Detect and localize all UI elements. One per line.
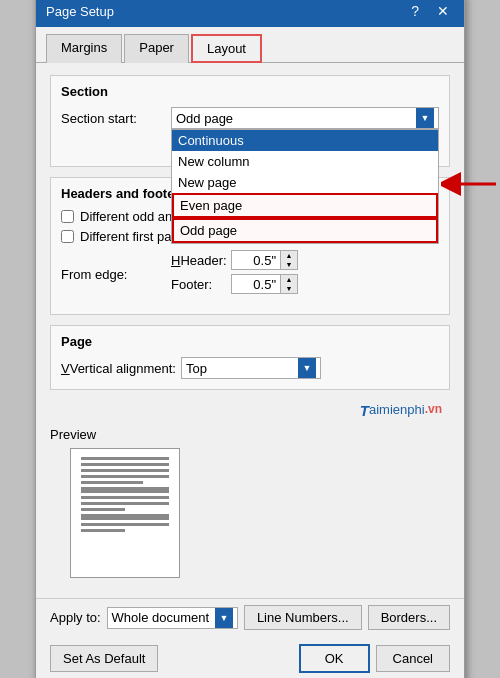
preview-line-10: [81, 529, 125, 532]
from-edge-row: From edge: HHeader: 0.5" ▲ ▼: [61, 250, 439, 298]
dropdown-item-odd-page[interactable]: Odd page: [172, 218, 438, 243]
cancel-button[interactable]: Cancel: [376, 645, 450, 672]
apply-to-select[interactable]: Whole document ▼: [107, 607, 238, 629]
preview-line-9: [81, 523, 169, 526]
footer-row: Set As Default OK Cancel: [36, 636, 464, 678]
vertical-alignment-label: VVertical alignment:: [61, 361, 181, 376]
section-start-row: Section start: Odd page ▼ Continuous: [61, 107, 439, 129]
section-start-select[interactable]: Odd page ▼: [171, 107, 439, 129]
watermark: T aimienphi .vn: [50, 400, 450, 423]
footer-value-input[interactable]: 0.5": [231, 274, 281, 294]
header-spinner: 0.5" ▲ ▼: [231, 250, 298, 270]
tab-layout[interactable]: Layout: [191, 34, 262, 63]
borders-button[interactable]: Borders...: [368, 605, 450, 630]
bottom-row: Apply to: Whole document ▼ Line Numbers.…: [36, 598, 464, 636]
header-spinner-btns: ▲ ▼: [281, 250, 298, 270]
footer-label: Footer:: [171, 277, 231, 292]
preview-line-3: [81, 469, 169, 472]
header-spinner-down[interactable]: ▼: [281, 260, 297, 269]
ok-button[interactable]: OK: [299, 644, 370, 673]
line-numbers-button[interactable]: Line Numbers...: [244, 605, 362, 630]
title-bar: Page Setup ? ✕: [36, 0, 464, 27]
tab-margins[interactable]: Margins: [46, 34, 122, 63]
section-start-dropdown: Continuous New column New page Even page: [171, 129, 439, 244]
different-first-page-checkbox[interactable]: [61, 230, 74, 243]
section-group-label: Section: [61, 84, 439, 99]
preview-box: [70, 448, 180, 578]
dropdown-item-even-page[interactable]: Even page: [172, 193, 438, 218]
vertical-alignment-arrow: ▼: [298, 358, 316, 378]
different-odd-even-checkbox[interactable]: [61, 210, 74, 223]
help-button[interactable]: ?: [406, 1, 424, 21]
title-bar-controls: ? ✕: [406, 1, 454, 21]
dropdown-item-new-page[interactable]: New page: [172, 172, 438, 193]
apply-to-arrow: ▼: [215, 608, 233, 628]
footer-spinner: 0.5" ▲ ▼: [231, 274, 298, 294]
header-label: HHeader:: [171, 253, 231, 268]
vertical-alignment-select[interactable]: Top ▼: [181, 357, 321, 379]
preview-line-8: [81, 508, 125, 511]
preview-label: Preview: [50, 427, 450, 442]
header-spinner-up[interactable]: ▲: [281, 251, 297, 260]
from-edge-label: From edge:: [61, 267, 171, 282]
dropdown-item-continuous[interactable]: Continuous: [172, 130, 438, 151]
preview-line-4: [81, 475, 169, 478]
title-bar-left: Page Setup: [46, 4, 114, 19]
vertical-alignment-row: VVertical alignment: Top ▼: [61, 357, 439, 379]
dialog-title: Page Setup: [46, 4, 114, 19]
section-start-arrow: ▼: [416, 108, 434, 128]
page-group: Page VVertical alignment: Top ▼: [50, 325, 450, 390]
preview-area: Preview: [50, 423, 450, 586]
footer-spinner-up[interactable]: ▲: [281, 275, 297, 284]
tabs: Margins Paper Layout: [36, 27, 464, 63]
footer-spinner-down[interactable]: ▼: [281, 284, 297, 293]
header-footer-inputs: HHeader: 0.5" ▲ ▼ Footer:: [171, 250, 298, 298]
preview-gap: [81, 487, 169, 493]
tab-paper[interactable]: Paper: [124, 34, 189, 63]
page-group-label: Page: [61, 334, 439, 349]
header-row: HHeader: 0.5" ▲ ▼: [171, 250, 298, 270]
dialog-content: Section Section start: Odd page ▼ Contin…: [36, 63, 464, 598]
dropdown-item-new-column[interactable]: New column: [172, 151, 438, 172]
apply-to-label: Apply to:: [50, 610, 101, 625]
preview-line-1: [81, 457, 169, 460]
section-group: Section Section start: Odd page ▼ Contin…: [50, 75, 450, 167]
page-setup-dialog: Page Setup ? ✕ Margins Paper Layout Sect…: [35, 0, 465, 678]
set-as-default-button[interactable]: Set As Default: [50, 645, 158, 672]
header-value-input[interactable]: 0.5": [231, 250, 281, 270]
footer-row: Footer: 0.5" ▲ ▼: [171, 274, 298, 294]
preview-line-6: [81, 496, 169, 499]
preview-line-7: [81, 502, 169, 505]
preview-gap2: [81, 514, 169, 520]
preview-line-2: [81, 463, 169, 466]
footer-spinner-btns: ▲ ▼: [281, 274, 298, 294]
close-button[interactable]: ✕: [432, 1, 454, 21]
section-start-label: Section start:: [61, 111, 171, 126]
preview-line-5: [81, 481, 143, 484]
section-start-control: Odd page ▼ Continuous New column: [171, 107, 439, 129]
